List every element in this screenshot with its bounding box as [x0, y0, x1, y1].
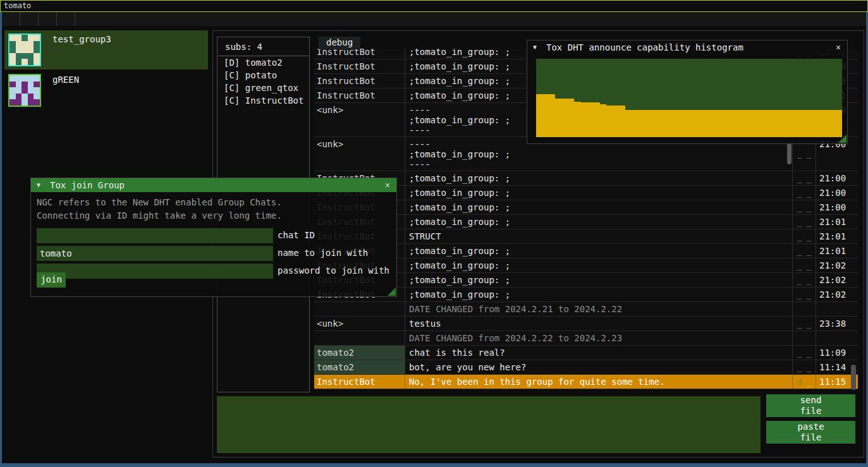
message-text: ;tomato_in_group: ; [405, 171, 792, 185]
message-status [792, 302, 816, 316]
message-author: InstructBot [314, 88, 405, 102]
join-field-row: chat ID [37, 227, 396, 244]
dht-histogram-titlebar[interactable]: ▼ Tox DHT announce capability histogram … [527, 40, 847, 54]
message-author: <unk> [314, 317, 405, 331]
message-author: InstructBot [314, 49, 405, 59]
menu-item-2.0fps [2, 12, 20, 26]
close-icon[interactable]: ✕ [382, 178, 393, 192]
message-author: <unk> [314, 103, 405, 136]
roster-item-test_group3[interactable]: test_group3 [4, 30, 208, 70]
message-author [314, 331, 405, 345]
join-field-label: name to join with [278, 248, 368, 258]
join-group-titlebar[interactable]: ▼ Tox join Group ✕ [31, 178, 396, 192]
member-item-1[interactable]: [C] potato [217, 69, 309, 82]
dht-histogram-title: Tox DHT announce capability histogram [546, 40, 743, 54]
message-status: __ [792, 171, 816, 185]
window-frame-left [0, 12, 2, 467]
tab-debug[interactable]: debug [319, 37, 360, 49]
close-icon[interactable]: ✕ [833, 40, 843, 54]
message-status: __ [792, 244, 816, 258]
message-text: DATE CHANGED from 2024.2.22 to 2024.2.23 [405, 331, 792, 345]
message-row[interactable]: InstructBot No, I've been in this group … [314, 375, 858, 389]
message-status: __ [792, 258, 816, 272]
message-text: testus [405, 317, 792, 331]
message-status [792, 331, 816, 345]
chatlog-scrollbar[interactable] [851, 365, 856, 390]
group-name-label: gREEN [52, 75, 79, 85]
collapse-icon[interactable]: ▼ [533, 40, 537, 54]
message-text: ;tomato_in_group: ; [405, 186, 792, 200]
message-status: __ [792, 317, 816, 331]
join-field-input[interactable] [37, 246, 273, 261]
message-status: __ [792, 229, 816, 243]
collapse-icon[interactable]: ▼ [37, 178, 40, 192]
message-timestamp: 21:00 [816, 171, 850, 185]
members-list: [D] tomato2[C] potato[C] green_qtox[C] I… [217, 56, 309, 107]
message-row[interactable]: DATE CHANGED from 2024.2.22 to 2024.2.23 [314, 331, 858, 346]
resize-grip[interactable] [838, 135, 847, 143]
message-text: No, I've been in this group for quite so… [405, 375, 792, 389]
message-text: STRUCT [405, 229, 792, 243]
message-timestamp [816, 302, 850, 316]
join-button[interactable]: join [37, 272, 66, 288]
paste-file-button[interactable]: paste file [766, 421, 855, 444]
message-text: ;tomato_in_group: ; [405, 215, 792, 229]
message-timestamp: 11:15 [816, 375, 850, 389]
message-timestamp: 21:01 [816, 229, 850, 243]
member-item-3[interactable]: [C] InstructBot [217, 94, 309, 107]
message-timestamp: 23:38 [816, 317, 850, 331]
message-author: InstructBot [314, 375, 405, 389]
message-timestamp: 21:02 [816, 288, 850, 301]
join-group-title: Tox join Group [50, 178, 125, 192]
message-timestamp: 21:01 [816, 215, 850, 229]
join-description-line1: NGC refers to the New DHT enabled Group … [37, 196, 396, 209]
message-timestamp [816, 331, 850, 345]
members-count-label: subs: 4 [217, 37, 309, 56]
message-row[interactable]: <unk> testus __ 23:38 [314, 317, 858, 331]
message-text: chat is this real? [405, 346, 792, 360]
message-text: ;tomato_in_group: ; [405, 288, 792, 301]
join-group-dialog: ▼ Tox join Group ✕ NGC refers to the New… [30, 178, 397, 297]
member-item-2[interactable]: [C] green_qtox [217, 82, 309, 94]
group-avatar [8, 74, 41, 107]
message-status: __ [792, 360, 816, 374]
join-field-input[interactable] [37, 264, 273, 279]
join-field-input[interactable] [37, 228, 273, 243]
join-field-label: chat ID [278, 230, 315, 240]
message-row[interactable]: tomato2 bot, are you new here? __ 11:14 [314, 360, 858, 375]
menu-item-tox[interactable] [39, 12, 57, 26]
menu-item-settings[interactable] [20, 12, 39, 26]
tomato-app-window: tomato test_group3 gREEN subs: 4 [D] tom… [0, 0, 868, 467]
roster-item-gREEN[interactable]: gREEN [4, 71, 208, 110]
message-text: ;tomato_in_group: ; [405, 244, 792, 258]
member-item-0[interactable]: [D] tomato2 [217, 56, 309, 69]
message-timestamp: 21:02 [816, 258, 850, 272]
dht-histogram-plot [536, 59, 842, 137]
resize-grip[interactable] [388, 288, 396, 296]
message-timestamp: 21:00 [816, 186, 850, 200]
message-timestamp: 21:00 [816, 200, 850, 214]
message-author: InstructBot [314, 59, 405, 73]
message-timestamp: 21:02 [816, 273, 850, 287]
message-text: DATE CHANGED from 2024.2.21 to 2024.2.22 [405, 302, 792, 316]
join-field-label: password to join with [278, 265, 389, 276]
menu-bar [2, 12, 866, 26]
message-input[interactable] [217, 396, 761, 453]
dht-histogram-window: ▼ Tox DHT announce capability histogram … [527, 40, 848, 144]
message-status: __ [792, 200, 816, 214]
message-author: tomato2 [314, 360, 405, 374]
message-status: __ [792, 215, 816, 229]
message-author: InstructBot [314, 74, 405, 88]
message-row[interactable]: DATE CHANGED from 2024.2.21 to 2024.2.22 [314, 302, 858, 317]
send-file-button[interactable]: send file [766, 394, 855, 417]
message-timestamp: 11:14 [816, 360, 850, 374]
message-status: __ [792, 288, 816, 301]
join-field-row: name to join with [37, 245, 396, 262]
message-row[interactable]: tomato2 chat is this real? __ 11:09 [314, 346, 858, 360]
wm-titlebar[interactable]: tomato [0, 0, 868, 12]
message-text: ;tomato_in_group: ; [405, 200, 792, 214]
message-author [314, 302, 405, 316]
message-inner-scrollbar[interactable] [787, 142, 792, 164]
message-author: <unk> [314, 137, 405, 171]
menu-item-performance[interactable] [57, 12, 75, 26]
